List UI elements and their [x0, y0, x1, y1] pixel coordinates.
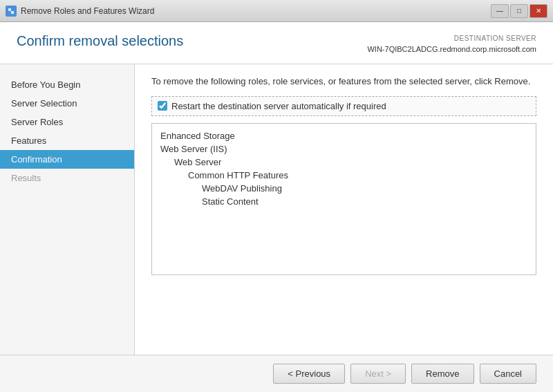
feature-item: Web Server [174, 156, 527, 169]
feature-item: Common HTTP Features [188, 169, 527, 182]
feature-item: Enhanced Storage [160, 129, 527, 142]
main-panel: To remove the following roles, role serv… [135, 64, 553, 355]
sidebar-item-server-selection[interactable]: Server Selection [0, 94, 134, 113]
feature-item: Static Content [202, 195, 527, 208]
wizard-content: Before You BeginServer SelectionServer R… [0, 64, 553, 355]
sidebar-item-before-you-begin[interactable]: Before You Begin [0, 75, 134, 94]
title-bar-left: Remove Roles and Features Wizard [6, 6, 154, 17]
feature-item: Web Server (IIS) [160, 142, 527, 156]
previous-button[interactable]: < Previous [273, 364, 345, 384]
window-title: Remove Roles and Features Wizard [21, 6, 154, 16]
destination-label: DESTINATION SERVER [367, 33, 536, 44]
feature-list-box: Enhanced StorageWeb Server (IIS)Web Serv… [151, 123, 536, 275]
restart-checkbox[interactable] [158, 101, 167, 111]
remove-button[interactable]: Remove [411, 364, 474, 384]
wizard-body: Confirm removal selections DESTINATION S… [0, 22, 553, 392]
minimize-button[interactable]: — [491, 4, 509, 18]
maximize-button[interactable]: □ [510, 4, 528, 18]
feature-item: WebDAV Publishing [202, 182, 527, 195]
next-button[interactable]: Next > [350, 364, 406, 384]
destination-server: WIN-7QIBC2LADCG.redmond.corp.microsoft.c… [367, 44, 536, 55]
sidebar-item-confirmation[interactable]: Confirmation [0, 150, 134, 169]
destination-info: DESTINATION SERVER WIN-7QIBC2LADCG.redmo… [367, 33, 536, 55]
cancel-button[interactable]: Cancel [480, 364, 536, 384]
sidebar-item-features[interactable]: Features [0, 131, 134, 150]
restart-checkbox-label: Restart the destination server automatic… [171, 101, 386, 111]
svg-rect-1 [11, 11, 14, 14]
wizard-header: Confirm removal selections DESTINATION S… [0, 22, 553, 64]
wizard-title: Confirm removal selections [17, 33, 183, 49]
sidebar-item-server-roles[interactable]: Server Roles [0, 113, 134, 131]
restart-checkbox-row: Restart the destination server automatic… [151, 96, 536, 116]
app-icon [6, 6, 17, 17]
instruction-text: To remove the following roles, role serv… [151, 75, 536, 88]
wizard-footer: < Previous Next > Remove Cancel [0, 355, 553, 392]
svg-rect-0 [8, 8, 11, 11]
sidebar-item-results: Results [0, 169, 134, 187]
close-button[interactable]: ✕ [529, 4, 547, 18]
sidebar: Before You BeginServer SelectionServer R… [0, 64, 135, 355]
title-bar-buttons: — □ ✕ [491, 4, 547, 18]
title-bar: Remove Roles and Features Wizard — □ ✕ [0, 0, 553, 22]
